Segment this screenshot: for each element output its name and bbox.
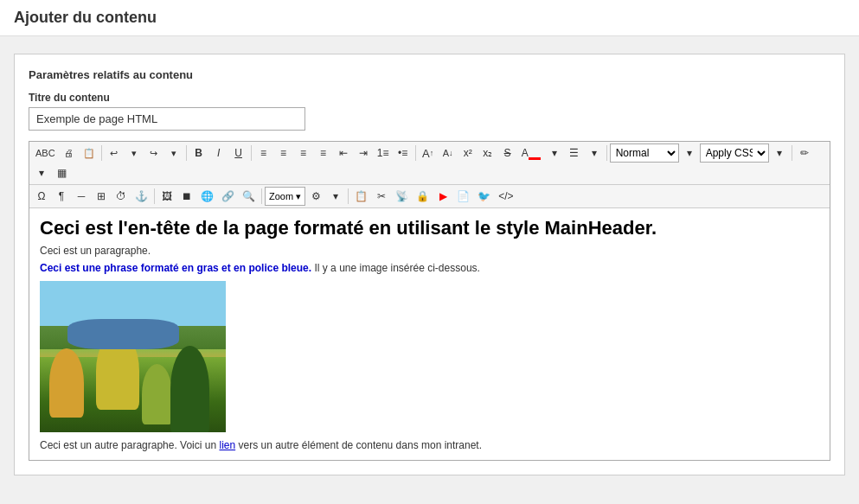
- doc-btn[interactable]: 📄: [453, 187, 473, 206]
- cut-btn[interactable]: ✂: [372, 187, 391, 206]
- editor-para1: Ceci est un paragraphe.: [40, 245, 819, 257]
- align-justify-btn[interactable]: ≡: [314, 144, 333, 163]
- indent-more-btn[interactable]: ⇥: [354, 144, 373, 163]
- highlight-dropdown-btn[interactable]: ▾: [585, 144, 604, 163]
- format-select[interactable]: Normal: [610, 144, 679, 163]
- highlight-btn[interactable]: ☰: [565, 144, 584, 163]
- font-color-dropdown-btn[interactable]: ▾: [545, 144, 564, 163]
- lock-btn[interactable]: 🔒: [413, 187, 433, 206]
- paste-btn[interactable]: 📋: [80, 144, 99, 163]
- font-color-btn[interactable]: A: [518, 144, 544, 163]
- redo-btn[interactable]: ↪: [144, 144, 163, 163]
- clock-btn[interactable]: ⏱: [112, 187, 131, 206]
- undo-dropdown-btn[interactable]: ▾: [125, 144, 144, 163]
- editor-image-container: [40, 281, 226, 432]
- underline-btn[interactable]: U: [229, 144, 248, 163]
- tools-btn[interactable]: ⚙: [306, 187, 325, 206]
- italic-btn[interactable]: I: [209, 144, 228, 163]
- align-left-btn[interactable]: ≡: [254, 144, 273, 163]
- last-para-before-link: Ceci est un autre paragraphe. Voici un: [40, 439, 219, 451]
- undo-btn[interactable]: ↩: [105, 144, 124, 163]
- editor-blue-bold: Ceci est une phrase formaté en gras et e…: [40, 262, 311, 274]
- image-btn[interactable]: 🖼: [157, 187, 176, 206]
- toolbar-row-2: Ω ¶ ─ ⊞ ⏱ ⚓ 🖼 ⏹ 🌐 🔗 🔍 Zoom ▾ ⚙ ▾ 📋 ✂ 📡: [29, 185, 830, 208]
- redo-dropdown-btn[interactable]: ▾: [164, 144, 183, 163]
- special-char-btn[interactable]: Ω: [32, 187, 51, 206]
- editor-inline-text: Il y a une image insérée ci-dessous.: [314, 262, 479, 274]
- css-dropdown-btn[interactable]: ▾: [770, 144, 789, 163]
- superscript-btn[interactable]: x²: [458, 144, 478, 163]
- unordered-list-btn[interactable]: •≡: [394, 144, 413, 163]
- editor-heading: Ceci est l'en-tête de la page formaté en…: [40, 217, 819, 239]
- last-para-after-link: vers un autre élément de contenu dans mo…: [235, 439, 482, 451]
- strikethrough-btn[interactable]: S: [498, 144, 517, 163]
- play-btn[interactable]: ▶: [433, 187, 452, 206]
- link3-btn[interactable]: 🔗: [218, 187, 238, 206]
- font-size-decrease-btn[interactable]: A↓: [439, 144, 458, 163]
- align-center-btn[interactable]: ≡: [274, 144, 293, 163]
- anchor-btn[interactable]: ⚓: [131, 187, 151, 206]
- rss-btn[interactable]: 📡: [392, 187, 412, 206]
- editor-blue-line: Ceci est une phrase formaté en gras et e…: [40, 262, 819, 274]
- zoom-btn[interactable]: Zoom ▾: [265, 187, 305, 206]
- code-btn[interactable]: </>: [495, 187, 516, 206]
- section-box: Paramètres relatifs au contenu Titre du …: [14, 54, 845, 475]
- title-input[interactable]: [29, 107, 305, 131]
- align-right-btn[interactable]: ≡: [294, 144, 313, 163]
- page-title: Ajouter du contenu: [14, 9, 845, 27]
- table-btn[interactable]: ▦: [52, 163, 71, 182]
- page-header: Ajouter du contenu: [0, 0, 859, 36]
- tools-dropdown-btn[interactable]: ▾: [326, 187, 345, 206]
- editor-container: ABC 🖨 📋 ↩ ▾ ↪ ▾ B I U ≡ ≡ ≡ ≡ ⇤ ⇥ 1≡: [29, 141, 830, 461]
- subscript-btn[interactable]: x₂: [478, 144, 497, 163]
- media-btn[interactable]: ⏹: [177, 187, 196, 206]
- paragraph-btn[interactable]: ¶: [52, 187, 71, 206]
- format-dropdown-btn[interactable]: ▾: [680, 144, 699, 163]
- link2-btn[interactable]: 🌐: [197, 187, 217, 206]
- font-size-increase-btn[interactable]: A↑: [419, 144, 438, 163]
- content-link[interactable]: lien: [219, 439, 235, 451]
- pencil-dropdown-btn[interactable]: ▾: [32, 163, 51, 182]
- twitter-btn[interactable]: 🐦: [474, 187, 494, 206]
- editor-last-para: Ceci est un autre paragraphe. Voici un l…: [40, 439, 819, 451]
- search2-btn[interactable]: 🔍: [239, 187, 259, 206]
- copy-btn[interactable]: 📋: [351, 187, 371, 206]
- bold-btn[interactable]: B: [189, 144, 208, 163]
- print-btn[interactable]: 🖨: [60, 144, 79, 163]
- ordered-list-btn[interactable]: 1≡: [374, 144, 393, 163]
- field-label: Titre du contenu: [29, 92, 830, 104]
- spell-check-btn[interactable]: ABC: [32, 144, 59, 163]
- css-select[interactable]: Apply CSS ...: [700, 144, 769, 163]
- table2-btn[interactable]: ⊞: [92, 187, 111, 206]
- hr-btn[interactable]: ─: [72, 187, 91, 206]
- editor-content[interactable]: Ceci est l'en-tête de la page formaté en…: [29, 208, 830, 460]
- content-area: Paramètres relatifs au contenu Titre du …: [0, 36, 859, 493]
- toolbar-row-1: ABC 🖨 📋 ↩ ▾ ↪ ▾ B I U ≡ ≡ ≡ ≡ ⇤ ⇥ 1≡: [29, 142, 830, 185]
- section-title: Paramètres relatifs au contenu: [29, 68, 830, 81]
- pencil-btn[interactable]: ✏: [795, 144, 814, 163]
- indent-less-btn[interactable]: ⇤: [334, 144, 353, 163]
